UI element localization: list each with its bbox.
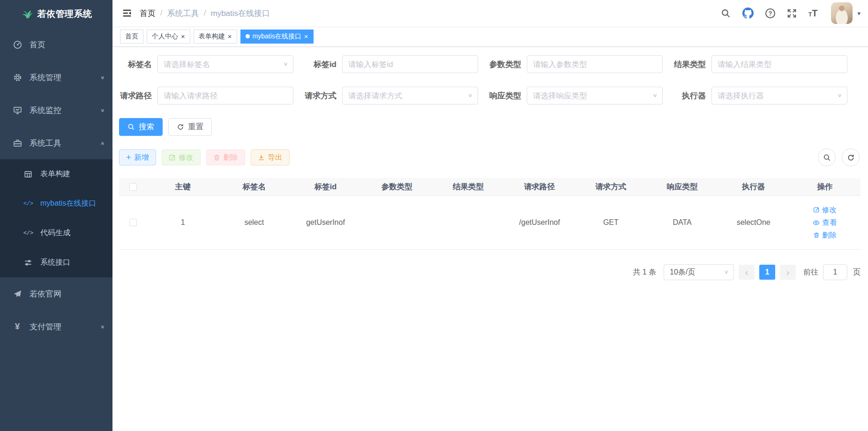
sidebar-item-label: 首页 [30,39,105,50]
row-delete-link[interactable]: 删除 [813,230,837,240]
column-header-tag-id: 标签id [290,182,361,192]
tag-id-input[interactable] [342,55,478,73]
sidebar-item-system-management[interactable]: 系统管理 ∨ [0,61,112,94]
export-button-label: 导出 [268,153,283,163]
goto-page-input[interactable] [823,264,847,280]
yen-icon: ¥ [11,321,23,332]
edit-button-label: 修改 [179,153,194,163]
font-size-icon[interactable]: TT [808,8,818,19]
row-view-link[interactable]: 查看 [813,218,837,228]
sidebar-item-label: 系统监控 [30,105,100,116]
export-button[interactable]: 导出 [251,149,290,165]
field-label: 响应类型 [488,90,527,101]
table-tools [818,149,861,166]
column-header-request-method: 请求方式 [575,182,646,192]
caret-down-icon: ▾ [857,10,861,17]
response-type-select[interactable] [527,87,663,104]
page-size-select[interactable]: 10条/页 ∨ [664,264,734,280]
field-label: 标签名 [119,59,157,70]
pagination-total: 共 1 条 [633,268,656,277]
tab-label: mybatis在线接口 [253,32,301,41]
sidebar-item-system-monitor[interactable]: 系统监控 ∨ [0,94,112,126]
data-table: 主键 标签名 标签id 参数类型 结果类型 请求路径 请求方式 响应类型 执行器… [119,178,861,250]
close-icon[interactable]: × [228,33,232,40]
sidebar-item-payment-management[interactable]: ¥ 支付管理 ∨ [0,310,112,343]
breadcrumb-system-tools: 系统工具 [167,8,199,19]
result-type-input[interactable] [711,55,847,73]
delete-button[interactable]: 删除 [206,149,245,165]
github-icon[interactable] [742,7,754,19]
select-all-checkbox[interactable] [129,183,137,191]
sidebar-item-mybatis-online-api[interactable]: </> mybatis在线接口 [0,189,112,218]
table-toolbar: + 新增 修改 删除 [119,149,861,166]
tag-tab-form-builder[interactable]: 表单构建 × [194,30,237,44]
goto-unit-label: 页 [853,268,861,277]
breadcrumb-home[interactable]: 首页 [140,8,156,19]
sidebar-item-label: 系统接口 [40,258,105,268]
user-avatar[interactable] [831,2,853,24]
search-button[interactable]: 搜索 [119,118,163,136]
user-menu[interactable]: ▾ [831,2,861,24]
request-method-select[interactable] [342,87,478,104]
app-title: 若依管理系统 [37,8,92,20]
sidebar-menu: 首页 系统管理 ∨ 系统监控 ∨ 系统工具 [0,28,112,343]
app-logo[interactable]: 若依管理系统 [0,0,112,28]
next-page-button[interactable]: › [780,265,796,280]
prev-page-button[interactable]: ‹ [739,265,755,280]
sliders-icon [22,259,34,267]
filter-executor: 执行器 ∨ [673,87,847,104]
tag-name-select[interactable] [157,55,293,73]
close-icon[interactable]: × [181,33,185,40]
sidebar-item-form-builder[interactable]: 表单构建 [0,159,112,189]
row-delete-label: 删除 [822,230,837,240]
question-mark-glyph: ? [765,8,775,18]
row-actions: 修改 查看 删除 [789,205,861,240]
tag-tab-profile[interactable]: 个人中心 × [147,30,190,44]
cell-request-path: /getUserInof [504,218,575,227]
help-icon[interactable]: ? [765,8,775,18]
sidebar-item-home[interactable]: 首页 [0,28,112,61]
sidebar-item-code-generation[interactable]: </> 代码生成 [0,218,112,248]
chevron-down-icon: ∨ [724,269,729,275]
row-edit-label: 修改 [822,205,837,215]
reset-button[interactable]: 重置 [168,118,212,136]
tag-tab-home[interactable]: 首页 [120,30,143,44]
refresh-icon [847,154,855,162]
search-icon[interactable] [721,8,731,18]
row-checkbox[interactable] [129,219,137,226]
executor-select[interactable] [711,87,847,104]
add-button[interactable]: + 新增 [119,149,156,165]
column-header-param-type: 参数类型 [361,182,433,192]
chevron-down-icon: ∨ [100,324,105,329]
sidebar-item-ruoyi-website[interactable]: 若依官网 [0,277,112,310]
param-type-input[interactable] [527,55,663,73]
filter-result-type: 结果类型 [673,55,847,73]
goto-label: 前往 [803,268,818,277]
logo-leaf-icon [21,8,33,20]
toggle-search-button[interactable] [818,149,836,166]
fullscreen-icon[interactable] [787,8,797,18]
page-number-1[interactable]: 1 [759,265,775,280]
table-grid-icon [22,170,34,178]
breadcrumb-current-page: mybatis在线接口 [210,8,270,19]
page-content: 标签名 ∨ 标签id 参数类型 [112,47,868,431]
filter-request-method: 请求方式 ∨ [304,87,478,104]
sidebar-toggle-icon[interactable] [122,8,132,18]
cell-request-method: GET [575,218,646,227]
sidebar-item-system-tools[interactable]: 系统工具 ∧ [0,126,112,159]
close-icon[interactable]: × [304,33,308,40]
row-edit-link[interactable]: 修改 [813,205,837,215]
sidebar-item-label: 支付管理 [30,321,100,332]
refresh-table-button[interactable] [842,149,860,166]
row-view-label: 查看 [822,218,837,228]
table-row[interactable]: 1 select getUserInof /getUserInof GET DA… [119,196,861,250]
pagination: 共 1 条 10条/页 ∨ ‹ 1 › 前往 页 [119,264,861,280]
edit-button[interactable]: 修改 [162,149,201,165]
column-header-tag-name: 标签名 [218,182,290,192]
tag-tab-mybatis-online-api[interactable]: mybatis在线接口 × [240,30,314,44]
font-size-big-t: T [812,8,817,19]
search-button-label: 搜索 [139,122,154,132]
request-path-input[interactable] [157,87,293,104]
column-header-response-type: 响应类型 [646,182,718,192]
sidebar-item-system-api[interactable]: 系统接口 [0,248,112,277]
